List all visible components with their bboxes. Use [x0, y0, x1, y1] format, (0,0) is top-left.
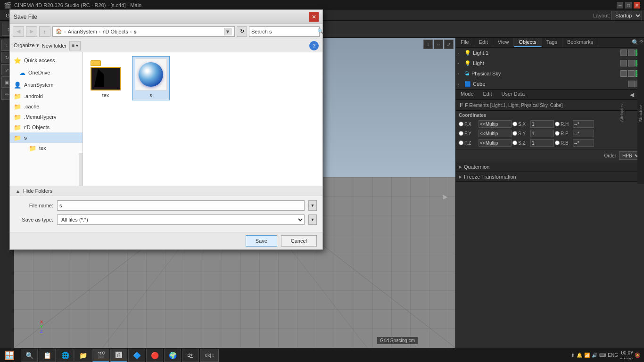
coord-rb-radio[interactable] — [555, 140, 560, 145]
maximize-button[interactable]: □ — [625, 2, 632, 8]
cancel-button[interactable]: Cancel — [281, 235, 317, 247]
tray-notification[interactable]: 🔕 — [635, 353, 640, 358]
nav-forward-button[interactable]: ▶ — [26, 26, 37, 37]
folder-icon: 📁 — [14, 93, 21, 100]
taskbar-photoshop[interactable]: 🔷 — [128, 349, 145, 362]
obj-light1-ctrl2[interactable] — [628, 49, 635, 56]
coord-rb-input[interactable] — [573, 139, 594, 147]
tab-view[interactable]: View — [493, 38, 514, 47]
coord-sz-radio[interactable] — [512, 140, 517, 145]
nav-quick-access[interactable]: ⭐ Quick access — [10, 54, 83, 66]
taskbar-search[interactable]: 🔍 — [21, 349, 38, 362]
savetype-dropdown[interactable]: ▼ — [308, 214, 317, 225]
new-folder-button[interactable]: New folder — [42, 43, 67, 49]
obj-physky-ctrl2[interactable] — [628, 70, 635, 77]
coord-rp-radio[interactable] — [555, 131, 560, 136]
breadcrumb-rdobjects[interactable]: r'D Objects — [103, 29, 128, 34]
obj-cube-ctrl1[interactable] — [628, 81, 635, 87]
folder-icon-s: 📁 — [14, 134, 21, 141]
taskbar-chrome[interactable]: 🌍 — [164, 349, 181, 362]
coord-sx-input[interactable] — [530, 120, 554, 128]
coord-sy-radio[interactable] — [512, 131, 517, 136]
obj-physky[interactable]: · 🌤 Physical Sky ✓ — [456, 68, 644, 79]
tab-mode[interactable]: Mode — [456, 90, 479, 99]
taskbar-taskview[interactable]: 📋 — [39, 349, 56, 362]
file-item-s[interactable]: s — [132, 56, 170, 100]
obj-light1-ctrl1[interactable] — [620, 49, 627, 56]
save-dialog-container: Save File ✕ ◀ ▶ ↑ 🏠 › ArianSystem › r'D … — [0, 0, 314, 240]
obj-light-ctrl1[interactable] — [620, 60, 627, 66]
file-item-tex[interactable]: tex — [87, 56, 124, 100]
obj-light-ctrl2[interactable] — [628, 60, 635, 66]
coord-py-input[interactable] — [479, 130, 512, 137]
coord-px-input[interactable] — [479, 120, 512, 128]
nav-memuhyperv[interactable]: 📁 .MemuHyperv — [10, 112, 83, 122]
organize-button[interactable]: Organize ▾ — [14, 42, 39, 49]
savetype-select[interactable]: All files (*.*) — [57, 214, 305, 225]
coord-rh-input[interactable] — [573, 120, 594, 128]
coord-rp-input[interactable] — [573, 130, 594, 137]
coord-pz-radio[interactable] — [459, 140, 463, 145]
vp-tool-3[interactable]: ⤢ — [444, 40, 454, 49]
obj-physky-ctrl1[interactable] — [620, 70, 627, 77]
nav-onedrive[interactable]: ☁ OneDrive — [10, 66, 83, 79]
vp-tool-1[interactable]: ↕ — [423, 40, 433, 49]
taskbar-explorer[interactable]: 📁 — [74, 349, 91, 362]
nav-cache[interactable]: 📁 .cache — [10, 101, 83, 112]
nav-ariansystem[interactable]: 👤 ArianSystem — [10, 79, 83, 91]
coord-px-radio[interactable] — [459, 122, 463, 126]
coord-py-radio[interactable] — [459, 131, 463, 136]
close-button[interactable]: ✕ — [634, 2, 640, 8]
tray-clock: 00:0٣ دوشنبه — [620, 350, 633, 360]
obj-light[interactable]: · 💡 Light ✓ — [456, 58, 644, 68]
save-button[interactable]: Save — [246, 235, 277, 247]
filename-dropdown[interactable]: ▼ — [308, 200, 317, 211]
hide-folders-label[interactable]: Hide Folders — [23, 188, 52, 194]
nav-rdobjects[interactable]: 📁 r'D Objects — [10, 122, 83, 132]
view-button[interactable]: ≡ ▾ — [69, 41, 81, 50]
taskbar-apps: 🔍 📋 🌐 📁 🎬 🅰 🔷 🔴 🌍 🛍 dkj t — [19, 349, 221, 362]
dialog-close-button[interactable]: ✕ — [309, 12, 319, 22]
obj-cube[interactable]: · 🟦 Cube — [456, 79, 644, 89]
coord-pz-input[interactable] — [479, 139, 512, 147]
tab-edit-attrs[interactable]: Edit — [479, 90, 497, 99]
nav-tex[interactable]: 📁 tex — [10, 143, 83, 153]
obj-light1[interactable]: · 💡 Light.1 ✓ — [456, 48, 644, 58]
tab-bookmarks[interactable]: Bookmarks — [562, 38, 598, 47]
tray-lang[interactable]: ENG — [608, 353, 618, 358]
nav-android[interactable]: 📁 .android — [10, 91, 83, 101]
help-button[interactable]: ? — [309, 41, 319, 50]
tab-user-data[interactable]: User Data — [497, 90, 530, 99]
coord-sz-input[interactable] — [530, 139, 554, 147]
taskbar-dkj[interactable]: dkj t — [200, 349, 219, 362]
taskbar-store[interactable]: 🛍 — [182, 349, 199, 362]
breadcrumb-dropdown[interactable]: ▼ — [224, 28, 231, 35]
coord-sy-input[interactable] — [530, 130, 554, 137]
nav-back-button[interactable]: ◀ — [13, 26, 24, 37]
taskbar-app1[interactable]: 🔴 — [146, 349, 163, 362]
filename-input[interactable] — [57, 200, 305, 211]
tab-objects[interactable]: Objects — [514, 38, 541, 47]
minimize-button[interactable]: ─ — [617, 2, 623, 8]
coord-rh-radio[interactable] — [555, 122, 560, 126]
vp-tool-2[interactable]: ↔ — [434, 40, 443, 49]
coord-sx-radio[interactable] — [512, 122, 517, 126]
taskbar-aftereffects[interactable]: 🅰 — [110, 349, 127, 362]
tab-edit[interactable]: Edit — [474, 38, 493, 47]
freeze-section[interactable]: ▶ Freeze Transformation — [456, 172, 644, 182]
start-button[interactable]: 🪟 — [0, 348, 19, 362]
breadcrumb-ariansystem[interactable]: ArianSystem — [68, 29, 97, 34]
search-input[interactable] — [251, 29, 316, 34]
breadcrumb-s[interactable]: s — [133, 29, 136, 34]
nav-up-button[interactable]: ↑ — [39, 26, 50, 37]
attrs-panel: Mode Edit User Data ◀ ▶ F F Elements [Li… — [456, 90, 644, 348]
taskbar-edge[interactable]: 🌐 — [57, 349, 74, 362]
layout-select[interactable]: Startup — [611, 11, 642, 20]
tab-file[interactable]: File — [456, 38, 474, 47]
nav-s-folder[interactable]: 📁 s — [10, 132, 83, 143]
attrs-back-btn[interactable]: ◀ — [628, 90, 636, 99]
tab-tags[interactable]: Tags — [542, 38, 562, 47]
taskbar-cinema4d[interactable]: 🎬 — [92, 349, 109, 362]
quaternion-section[interactable]: ▶ Quaternion — [456, 162, 644, 172]
refresh-button[interactable]: ↻ — [237, 26, 247, 37]
